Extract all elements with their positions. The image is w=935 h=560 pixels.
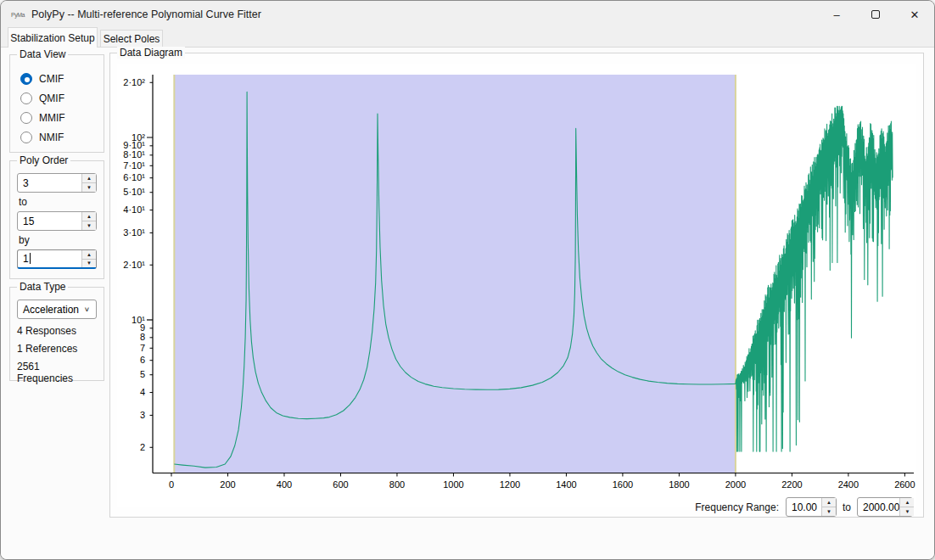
frequencies-count-label: 2561 Frequencies xyxy=(17,361,97,384)
data-diagram-plot[interactable]: 0200400600800100012001400160018002000220… xyxy=(110,53,923,517)
poly-order-to-value: 15 xyxy=(23,216,81,227)
window-controls: – ✕ xyxy=(817,1,934,28)
spinner-buttons[interactable]: ▲▼ xyxy=(899,498,914,516)
radio-cmif-label: CMIF xyxy=(39,73,64,85)
title-bar: PyMa PolyPy -- Multi-reference Polynomia… xyxy=(1,1,934,28)
minimize-icon: – xyxy=(833,8,839,21)
spin-down-icon: ▼ xyxy=(822,507,836,516)
spin-down-icon: ▼ xyxy=(82,221,96,230)
spin-up-icon: ▲ xyxy=(822,498,836,507)
svg-text:3·10¹: 3·10¹ xyxy=(123,227,145,238)
poly-order-to-label: to xyxy=(19,196,97,208)
radio-qmif[interactable]: QMIF xyxy=(20,88,104,108)
tab-bar: Stabilization Setup Select Poles xyxy=(1,27,934,47)
svg-text:6: 6 xyxy=(140,355,145,365)
app-icon: PyMa xyxy=(11,12,26,18)
radio-button-icon xyxy=(20,132,32,143)
tab-select-poles[interactable]: Select Poles xyxy=(100,30,163,48)
radio-nmif[interactable]: NMIF xyxy=(20,127,104,147)
spin-down-icon: ▼ xyxy=(82,260,96,268)
svg-text:1600: 1600 xyxy=(613,479,633,490)
spin-up-icon: ▲ xyxy=(82,174,96,183)
tab-stabilization-setup[interactable]: Stabilization Setup xyxy=(8,27,98,48)
svg-text:1800: 1800 xyxy=(669,479,689,490)
chevron-down-icon: ∨ xyxy=(84,305,90,313)
svg-text:3: 3 xyxy=(140,410,145,420)
radio-button-icon xyxy=(20,112,32,124)
svg-text:8: 8 xyxy=(140,332,145,342)
poly-order-from-spinbox[interactable]: 3 ▲▼ xyxy=(17,173,97,193)
svg-text:4: 4 xyxy=(140,387,145,397)
svg-text:1000: 1000 xyxy=(443,479,463,490)
spinner-buttons[interactable]: ▲▼ xyxy=(81,250,96,267)
radio-button-icon xyxy=(20,73,32,85)
data-type-group: Data Type Acceleration ∨ 4 Responses 1 R… xyxy=(9,287,104,381)
data-diagram-group: Data Diagram 020040060080010001200140016… xyxy=(109,53,924,518)
radio-button-icon xyxy=(20,92,32,104)
svg-text:8·10¹: 8·10¹ xyxy=(123,149,145,160)
close-button[interactable]: ✕ xyxy=(895,1,934,28)
frequency-min-spinbox[interactable]: 10.00 ▲▼ xyxy=(786,497,837,517)
poly-order-by-spinbox[interactable]: 1 ▲▼ xyxy=(17,249,97,269)
svg-text:2400: 2400 xyxy=(838,479,859,490)
spinner-buttons[interactable]: ▲▼ xyxy=(81,212,96,230)
spinner-buttons[interactable]: ▲▼ xyxy=(821,498,836,516)
svg-text:7: 7 xyxy=(140,343,145,353)
svg-text:2600: 2600 xyxy=(894,479,915,490)
close-icon: ✕ xyxy=(910,8,920,21)
maximize-icon xyxy=(871,10,880,19)
references-count-label: 1 References xyxy=(17,343,97,355)
poly-order-from-value: 3 xyxy=(23,177,81,189)
poly-order-group: Poly Order 3 ▲▼ to 15 ▲▼ by 1 ▲▼ xyxy=(9,160,104,279)
text-caret xyxy=(30,253,31,264)
data-type-group-label: Data Type xyxy=(17,281,68,293)
radio-nmif-label: NMIF xyxy=(39,132,64,143)
tab-page-stabilization-setup: Data View CMIF QMIF MMIF NMIF xyxy=(1,47,935,560)
frequency-max-spinbox[interactable]: 2000.00 ▲▼ xyxy=(857,497,913,517)
spinner-buttons[interactable]: ▲▼ xyxy=(81,174,96,192)
radio-mmif-label: MMIF xyxy=(39,112,65,124)
spin-up-icon: ▲ xyxy=(82,212,96,221)
spin-down-icon: ▼ xyxy=(82,183,96,192)
svg-text:600: 600 xyxy=(333,479,348,490)
spin-down-icon: ▼ xyxy=(900,507,914,516)
svg-text:5: 5 xyxy=(140,369,145,379)
frequency-range-label: Frequency Range: xyxy=(695,501,779,513)
data-type-select[interactable]: Acceleration ∨ xyxy=(17,300,97,319)
data-view-group-label: Data View xyxy=(17,48,68,60)
poly-order-group-label: Poly Order xyxy=(17,154,70,166)
radio-qmif-label: QMIF xyxy=(39,92,64,104)
frequency-max-value: 2000.00 xyxy=(863,501,899,513)
svg-text:6·10¹: 6·10¹ xyxy=(123,172,145,182)
svg-text:1400: 1400 xyxy=(556,479,576,490)
poly-order-by-label: by xyxy=(19,234,97,246)
svg-text:2: 2 xyxy=(140,442,145,452)
maximize-button[interactable] xyxy=(856,1,895,28)
spin-up-icon: ▲ xyxy=(82,250,96,260)
poly-order-by-value: 1 xyxy=(23,253,81,265)
radio-mmif[interactable]: MMIF xyxy=(20,108,104,127)
frequency-min-value: 10.00 xyxy=(792,501,821,513)
window-title: PolyPy -- Multi-reference Polynomial Cur… xyxy=(31,8,261,20)
responses-count-label: 4 Responses xyxy=(17,325,97,337)
svg-text:4·10¹: 4·10¹ xyxy=(123,204,145,215)
app-window: PyMa PolyPy -- Multi-reference Polynomia… xyxy=(0,0,935,560)
svg-text:200: 200 xyxy=(220,479,235,490)
data-type-selected-value: Acceleration xyxy=(23,304,84,316)
chart-area: 0200400600800100012001400160018002000220… xyxy=(110,53,923,517)
radio-cmif[interactable]: CMIF xyxy=(20,69,104,88)
svg-text:2·10²: 2·10² xyxy=(123,77,145,87)
frequency-range-to-label: to xyxy=(843,501,851,513)
svg-text:0: 0 xyxy=(169,479,174,490)
poly-order-to-spinbox[interactable]: 15 ▲▼ xyxy=(17,211,97,231)
frequency-range-row: Frequency Range: 10.00 ▲▼ to 2000.00 ▲▼ xyxy=(695,497,913,517)
minimize-button[interactable]: – xyxy=(817,1,856,28)
svg-text:2000: 2000 xyxy=(725,479,746,490)
svg-text:2·10¹: 2·10¹ xyxy=(123,260,145,270)
svg-text:400: 400 xyxy=(277,479,292,490)
svg-text:2200: 2200 xyxy=(781,479,802,490)
data-view-group: Data View CMIF QMIF MMIF NMIF xyxy=(9,54,104,153)
svg-text:7·10¹: 7·10¹ xyxy=(123,160,145,171)
svg-text:5·10¹: 5·10¹ xyxy=(123,187,145,197)
spin-up-icon: ▲ xyxy=(900,498,914,507)
